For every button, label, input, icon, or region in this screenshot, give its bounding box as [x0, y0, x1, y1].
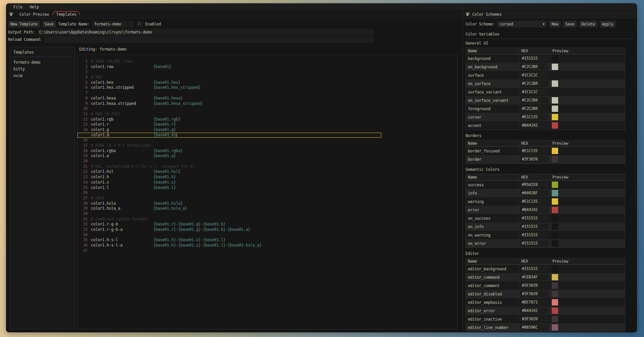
hex-input[interactable]: #DC7671 [520, 299, 548, 306]
editor-line[interactable]: 29color1.hsla_a{base01.hsla_a} [77, 206, 458, 211]
hex-input[interactable]: #1C1C1C [520, 89, 548, 95]
color-scheme-select[interactable]: cursed ▼ [497, 21, 547, 27]
template-list-item-nvim[interactable]: nvim [13, 72, 71, 79]
color-swatch[interactable] [552, 182, 558, 188]
editor-line[interactable]: 32color1.r-g-b{base01.r}-{base01.g}-{bas… [77, 222, 458, 227]
color-swatch[interactable] [552, 240, 558, 247]
enabled-checkbox[interactable]: ✓ [137, 21, 143, 27]
hex-input[interactable]: #95A328 [520, 182, 548, 188]
hex-input[interactable]: #151515 [520, 240, 548, 247]
hex-input[interactable]: #1C1C1C [520, 72, 548, 78]
color-swatch[interactable] [552, 198, 558, 205]
hex-input[interactable]: #60928F [520, 190, 548, 196]
editor-line[interactable]: 30 [77, 211, 458, 217]
hex-input[interactable]: #E1C135 [520, 114, 548, 120]
menu-item-file[interactable]: File [10, 5, 25, 9]
tab-color-preview[interactable]: Color Preview [16, 11, 52, 18]
editor-line[interactable]: 1# BASE COLORS (raw) [77, 59, 458, 64]
editor-line[interactable]: 34 [77, 232, 458, 238]
color-swatch[interactable] [552, 316, 558, 322]
menu-item-help[interactable]: Help [27, 5, 42, 9]
hex-input[interactable]: #151515 [520, 232, 548, 238]
color-swatch[interactable] [552, 274, 558, 280]
editor-line[interactable]: 19color1.a{base01.a} [77, 153, 458, 159]
hex-input[interactable]: #C2C2B0 [520, 106, 548, 112]
editor-line[interactable]: 25color1.l{base01.l} [77, 185, 458, 191]
color-swatch[interactable] [552, 190, 558, 196]
editor-line[interactable]: 22color1.hsl{base01.hsl} [77, 169, 458, 175]
color-swatch[interactable] [552, 72, 558, 78]
color-swatch[interactable] [552, 55, 558, 62]
color-swatch[interactable] [552, 80, 558, 87]
color-swatch[interactable] [552, 89, 558, 95]
hex-input[interactable]: #151515 [520, 215, 548, 221]
hex-input[interactable]: #3F3639 [520, 282, 548, 289]
color-swatch[interactable] [552, 266, 558, 272]
collapse-arrow-icon[interactable] [466, 13, 470, 16]
editor-line[interactable]: 14color1.g{base01.g} [77, 127, 458, 133]
hex-input[interactable]: #E1C135 [520, 198, 548, 205]
template-list-item-formats-demo[interactable]: formats-demo [13, 59, 71, 66]
hex-input[interactable]: #B44242 [520, 207, 548, 213]
reload-command-input[interactable] [44, 36, 374, 43]
editor-line[interactable]: 35color1.h-s-l{base01.h}-{base01.s}-{bas… [77, 238, 458, 243]
color-swatch[interactable] [552, 106, 558, 112]
hex-input[interactable]: #151515 [520, 266, 548, 272]
color-swatch[interactable] [552, 114, 558, 120]
editor-line[interactable]: 7 [77, 90, 458, 96]
editor-line[interactable]: 26 [77, 190, 458, 196]
editor-line[interactable]: 20 [77, 159, 458, 164]
color-swatch[interactable] [552, 299, 558, 306]
collapse-arrow-icon[interactable] [9, 13, 13, 16]
editor-line[interactable]: 9color1.hexa.stripped{base01.hexa_stripp… [77, 101, 458, 107]
editor-line[interactable]: 12color1.rgb{base01.rgb} [77, 117, 458, 122]
color-swatch[interactable] [552, 324, 558, 331]
template-name-input[interactable]: formats-demo [92, 21, 134, 27]
save-template-button[interactable]: Save [42, 21, 56, 27]
apply-scheme-button[interactable]: Apply [600, 21, 616, 27]
editor-line[interactable]: 11# RGB (0-255) [77, 112, 458, 117]
color-swatch[interactable] [552, 232, 558, 238]
editor-line[interactable]: 37 [77, 248, 458, 254]
editor-line[interactable]: 28color1.hsla{base01.hsla} [77, 201, 458, 206]
color-swatch[interactable] [552, 97, 558, 104]
color-swatch[interactable] [552, 291, 558, 297]
hex-input[interactable]: #E1C135 [520, 148, 548, 154]
color-swatch[interactable] [552, 207, 558, 213]
editor-line[interactable]: 18color1.rgba{base01.rgba} [77, 148, 458, 154]
output-path-input[interactable]: C:\Users\user\AppData\Roaming\clrsync\fo… [37, 29, 374, 36]
color-swatch[interactable] [552, 122, 558, 129]
new-scheme-button[interactable]: New [549, 21, 560, 27]
editor-line[interactable]: 13color1.r{base01.r} [77, 122, 458, 127]
hex-input[interactable]: #C2C2B0 [520, 64, 548, 70]
hex-input[interactable]: #3F3639 [520, 156, 548, 162]
editor-active-line[interactable]: color1.b{base01.b} [77, 133, 381, 138]
editor-line[interactable]: 3 [77, 69, 458, 75]
color-swatch[interactable] [552, 223, 558, 230]
template-list-item-kitty[interactable]: kitty [13, 66, 71, 72]
hex-input[interactable]: #3F3639 [520, 291, 548, 297]
hex-input[interactable]: #3F3639 [520, 316, 548, 322]
editor-line[interactable]: 23color1.h{base01.h} [77, 175, 458, 180]
color-swatch[interactable] [552, 148, 558, 154]
color-swatch[interactable] [552, 282, 558, 289]
color-swatch[interactable] [552, 215, 558, 221]
tab-templates[interactable]: Templates [52, 11, 80, 18]
editor-line[interactable]: 17# RGBA (A = 0-1 normalized) [77, 143, 458, 148]
new-template-button[interactable]: New Template [8, 21, 40, 27]
delete-scheme-button[interactable]: Delete [579, 21, 597, 27]
editor-line[interactable]: 2color1.raw{base01} [77, 64, 458, 70]
color-swatch[interactable] [552, 156, 558, 162]
editor-line[interactable]: 4# HEX [77, 75, 458, 80]
color-swatch[interactable] [552, 64, 558, 70]
editor-line[interactable]: 31# Combined custom formats [77, 217, 458, 222]
editor-line[interactable]: 8color1.hexa{base01.hexa} [77, 96, 458, 101]
hex-input[interactable]: #C2C2B0 [520, 97, 548, 104]
template-editor[interactable]: 1# BASE COLORS (raw)2color1.raw{base01}3… [77, 55, 458, 329]
hex-input[interactable]: #B44242 [520, 308, 548, 314]
save-scheme-button[interactable]: Save [563, 21, 577, 27]
editor-line[interactable]: 6color1.hex.stripped{base01.hex_stripped… [77, 85, 458, 90]
editor-line[interactable]: 27# HSLA [77, 196, 458, 201]
editor-line[interactable]: 24color1.s{base01.s} [77, 180, 458, 185]
hex-input[interactable]: #CEB34F [520, 274, 548, 280]
